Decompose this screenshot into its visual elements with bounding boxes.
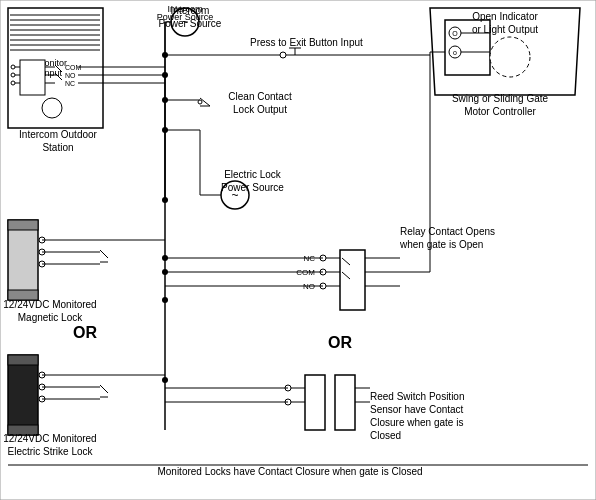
svg-text:NC: NC [303,254,315,263]
svg-text:COM: COM [296,268,315,277]
wiring-diagram: Monitor Input COM NO NC ~ Intercom Power [0,0,596,500]
svg-point-47 [198,100,202,104]
magnetic-lock-label: 12/24VDC MonitoredMagnetic Lock [0,298,100,324]
svg-point-14 [11,65,15,69]
monitored-locks-label: Monitored Locks have Contact Closure whe… [100,465,480,478]
svg-rect-73 [8,355,38,435]
svg-rect-102 [305,375,325,430]
svg-point-54 [162,52,168,58]
svg-point-60 [162,377,168,383]
relay-contact-label: Relay Contact Openswhen gate is Open [400,225,550,251]
svg-text:OR: OR [328,334,352,351]
svg-point-18 [11,81,15,85]
electric-lock-power-label: Electric LockPower Source [200,168,305,194]
reed-switch-label: Reed Switch PositionSensor have ContactC… [370,390,540,442]
svg-text:NO: NO [303,282,315,291]
svg-point-40 [280,52,286,58]
svg-point-59 [162,297,168,303]
svg-rect-62 [8,220,38,230]
svg-text:OR: OR [73,324,97,341]
svg-rect-61 [8,220,38,300]
open-indicator-label: Open Indicatoror Light Output [450,10,560,36]
svg-point-117 [490,37,530,77]
svg-point-99 [162,255,168,261]
press-to-exit-label: Press to Exit Button Input [250,36,380,49]
swing-gate-label: Swing or Sliding GateMotor Controller [430,92,570,118]
intercom-power-label: IntercomPower Source [150,4,230,30]
svg-text:NO: NO [65,72,76,79]
svg-point-58 [162,197,168,203]
electric-strike-label: 12/24VDC MonitoredElectric Strike Lock [0,432,100,458]
svg-rect-12 [20,60,45,95]
svg-point-16 [11,73,15,77]
svg-text:NC: NC [65,80,75,87]
svg-point-30 [42,98,62,118]
svg-rect-103 [335,375,355,430]
clean-contact-label: Clean ContactLock Output [210,90,310,116]
svg-point-56 [162,97,168,103]
svg-point-100 [162,269,168,275]
svg-text:o: o [453,49,457,56]
svg-point-57 [162,127,168,133]
intercom-outdoor-label: Intercom Outdoor Station [8,128,108,154]
svg-point-55 [162,72,168,78]
svg-rect-74 [8,355,38,365]
